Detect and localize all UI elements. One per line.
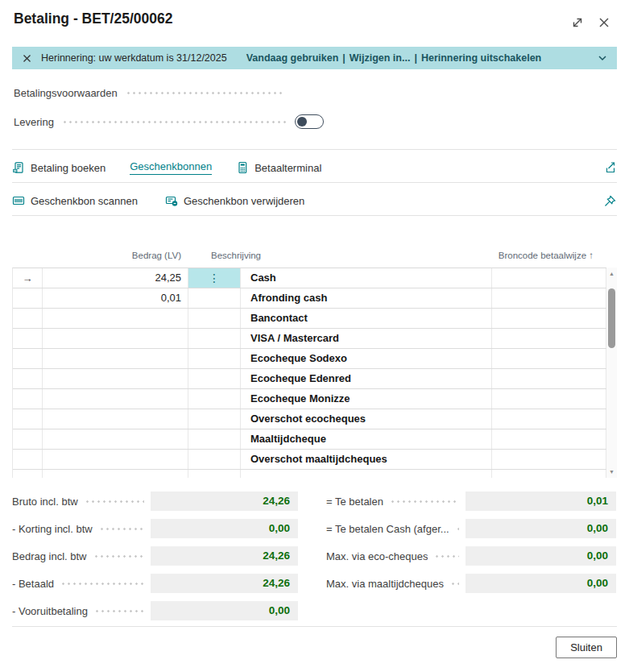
amount-cell[interactable] [43, 369, 188, 388]
source-code-cell[interactable] [492, 329, 606, 348]
total-label: Bruto incl. btw [12, 496, 78, 508]
notification-expand-button[interactable] [598, 55, 607, 61]
footer-divider [12, 626, 617, 627]
row-context-menu-cell[interactable] [188, 409, 241, 429]
table-row-overschot-ecocheques[interactable]: Overschot ecocheques [13, 409, 606, 429]
dotted-leader [62, 119, 287, 125]
delivery-field-row: Levering [14, 114, 324, 130]
column-header-source-code[interactable]: Broncode betaalwijze ↑ [399, 251, 594, 260]
disable-reminder-link[interactable]: Herinnering uitschakelen [421, 52, 541, 64]
description-cell[interactable]: Cash [241, 268, 492, 288]
payment-terminal-icon [236, 161, 249, 174]
row-indicator [13, 409, 43, 429]
amount-cell[interactable]: 0,01 [43, 288, 188, 308]
row-context-menu-cell[interactable] [188, 309, 241, 328]
source-code-cell[interactable] [492, 288, 606, 308]
row-context-menu-cell[interactable] [188, 349, 241, 368]
source-code-cell[interactable] [492, 369, 606, 388]
amount-cell[interactable] [43, 349, 188, 368]
description-cell[interactable]: Afronding cash [241, 288, 492, 308]
row-context-menu-cell[interactable] [188, 429, 241, 449]
dotted-leader [60, 581, 144, 587]
amount-cell[interactable] [43, 389, 188, 409]
table-row-partial[interactable] [13, 470, 606, 478]
description-cell[interactable]: Bancontact [241, 309, 492, 328]
share-actions-button[interactable] [603, 161, 617, 175]
row-indicator [13, 288, 43, 308]
gift-vouchers-tab[interactable]: Geschenkbonnen [130, 160, 212, 175]
row-context-menu-cell[interactable] [188, 389, 241, 409]
table-scrollbar[interactable]: ▲ ▼ [606, 268, 617, 478]
pin-actions-button[interactable] [603, 194, 617, 208]
table-row-ecocheque-sodexo[interactable]: Ecocheque Sodexo [13, 349, 606, 369]
use-today-link[interactable]: Vandaag gebruiken [246, 52, 339, 64]
amount-cell[interactable] [43, 470, 188, 478]
description-cell[interactable]: Ecocheque Monizze [241, 389, 492, 409]
amount-cell[interactable] [43, 450, 188, 469]
description-cell[interactable] [241, 470, 492, 478]
scroll-up-arrow-icon[interactable]: ▲ [606, 271, 617, 276]
total-row-max-ecocheques: Max. via eco-cheques 0,00 [326, 546, 616, 566]
table-row-afronding-cash[interactable]: 0,01 Afronding cash [13, 288, 606, 309]
row-context-menu-cell[interactable] [188, 369, 241, 388]
scroll-down-arrow-icon[interactable]: ▼ [606, 469, 617, 475]
source-code-cell[interactable] [492, 470, 606, 478]
source-code-cell[interactable] [492, 268, 606, 288]
row-context-menu-cell[interactable] [188, 450, 241, 469]
source-code-cell[interactable] [492, 429, 606, 449]
description-cell[interactable]: VISA / Mastercard [241, 329, 492, 348]
dotted-leader [456, 526, 459, 532]
close-button[interactable]: Sluiten [556, 637, 617, 658]
description-cell[interactable]: Overschot ecocheques [241, 409, 492, 429]
row-indicator [13, 470, 43, 478]
row-context-menu-cell[interactable] [188, 288, 241, 308]
row-context-menu-cell[interactable]: ⋮ [188, 268, 241, 288]
amount-cell[interactable] [43, 309, 188, 328]
source-code-cell[interactable] [492, 409, 606, 429]
total-value: 24,26 [151, 492, 298, 511]
description-cell[interactable]: Overschot maaltijdcheques [241, 450, 492, 469]
row-context-menu-cell[interactable] [188, 329, 241, 348]
reminder-message: Herinnering: uw werkdatum is 31/12/2025 [41, 52, 227, 64]
close-dialog-button[interactable] [596, 15, 612, 31]
source-code-cell[interactable] [492, 450, 606, 469]
primary-action-bar: Betaling boeken Geschenkbonnen Betaalter… [12, 157, 617, 178]
table-row-ecocheque-edenred[interactable]: Ecocheque Edenred [13, 369, 606, 389]
reminder-notification-bar: Herinnering: uw werkdatum is 31/12/2025 … [12, 47, 617, 69]
remove-voucher-button[interactable]: Geschenkbon verwijderen [165, 194, 304, 207]
amount-cell[interactable] [43, 429, 188, 449]
total-label: Max. via maaltijdcheques [326, 578, 444, 590]
payment-terms-label: Betalingsvoorwaarden [14, 87, 118, 99]
amount-cell[interactable] [43, 329, 188, 348]
column-header-description[interactable]: Beschrijving [211, 251, 261, 260]
link-separator: | [414, 52, 417, 64]
payment-terminal-button[interactable]: Betaalterminal [236, 161, 321, 174]
description-cell[interactable]: Maaltijdcheque [241, 429, 492, 449]
table-row-visa-mastercard[interactable]: VISA / Mastercard [13, 329, 606, 349]
notification-links: Vandaag gebruiken|Wijzigen in...|Herinne… [246, 52, 542, 64]
source-code-cell[interactable] [492, 309, 606, 328]
dismiss-notification-button[interactable] [23, 54, 31, 63]
column-header-amount[interactable]: Bedrag (LV) [42, 251, 181, 260]
amount-cell[interactable] [43, 409, 188, 429]
expand-dialog-button[interactable] [569, 15, 586, 31]
delivery-toggle[interactable] [295, 114, 324, 129]
source-code-cell[interactable] [492, 349, 606, 368]
close-icon [23, 54, 31, 63]
amount-cell[interactable]: 24,25 [43, 268, 188, 288]
table-row-ecocheque-monizze[interactable]: Ecocheque Monizze [13, 389, 606, 409]
post-payment-button[interactable]: Betaling boeken [12, 161, 106, 174]
table-row-maaltijdcheque[interactable]: Maaltijdcheque [13, 429, 606, 450]
row-context-menu-cell[interactable] [188, 470, 241, 478]
dotted-leader [85, 499, 144, 504]
table-row-bancontact[interactable]: Bancontact [13, 309, 606, 329]
description-cell[interactable]: Ecocheque Edenred [241, 369, 492, 388]
scrollbar-thumb[interactable] [608, 288, 615, 348]
source-code-cell[interactable] [492, 389, 606, 409]
table-row-overschot-maaltijdcheques[interactable]: Overschot maaltijdcheques [13, 450, 606, 470]
scan-voucher-button[interactable]: Geschenkbon scannen [12, 194, 138, 207]
change-to-link[interactable]: Wijzigen in... [350, 52, 411, 64]
table-row-cash[interactable]: → 24,25 ⋮ Cash [13, 268, 606, 288]
description-cell[interactable]: Ecocheque Sodexo [241, 349, 492, 368]
total-label: = Te betalen [326, 496, 383, 508]
